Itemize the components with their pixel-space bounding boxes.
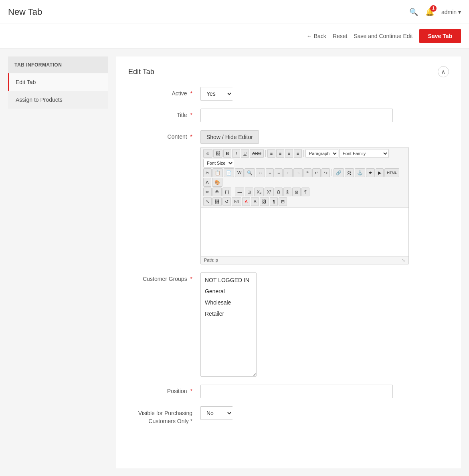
tb-preview[interactable]: 👁 (212, 188, 222, 196)
tb-img2[interactable]: 🖼 (212, 197, 222, 206)
tb-font-size-select[interactable]: Font Size 8px 10px 12px (203, 159, 234, 167)
reset-button[interactable]: Reset (333, 33, 348, 39)
tb-blockquote[interactable]: ❝ (303, 168, 311, 177)
tb-indent-less[interactable]: ← (283, 168, 293, 177)
tb-size[interactable]: 54 (232, 197, 241, 206)
tb-bg-color[interactable]: 🎨 (212, 178, 222, 187)
visible-required: * (190, 418, 192, 424)
tb-omega[interactable]: Ω (275, 188, 283, 196)
customer-groups-required: * (190, 276, 192, 282)
title-input[interactable] (200, 109, 393, 122)
tb-resize[interactable]: ⤡ (203, 197, 212, 206)
title-required: * (190, 112, 192, 118)
tb-hr[interactable]: — (235, 188, 244, 196)
visible-select[interactable]: No Yes (200, 406, 232, 420)
tb-rotate[interactable]: ↺ (222, 197, 231, 206)
toolbar-row-2: ✂ 📋 📄 W 🔍 ↔ ≡ ≡ ← → ❝ ↩ ↪ (203, 168, 406, 187)
back-button[interactable]: ← Back (307, 33, 326, 39)
sidebar-item-edit-tab[interactable]: Edit Tab (8, 73, 108, 91)
tb-cut[interactable]: ✂ (203, 168, 212, 177)
editor-wrapper: ☺ 🖼 B I U ABC ≡ ≡ ≡ ≡ (200, 147, 409, 264)
tb-undo[interactable]: ↩ (312, 168, 321, 177)
tb-separator-3 (332, 169, 332, 176)
tb-find[interactable]: 🔍 (245, 168, 255, 177)
search-icon[interactable]: 🔍 (409, 8, 418, 16)
tb-link[interactable]: 🔗 (334, 168, 344, 177)
notification-wrapper[interactable]: 🔔 1 (425, 8, 434, 16)
active-select[interactable]: Yes No (200, 87, 232, 101)
tb-italic[interactable]: I (232, 149, 240, 158)
active-select-wrapper: Yes No (200, 87, 393, 101)
active-row: Active * Yes No (128, 87, 449, 101)
form-section-title-text: Edit Tab (128, 68, 154, 76)
tb-sup[interactable]: X² (265, 188, 274, 196)
editor-body[interactable] (201, 208, 408, 256)
tb-table[interactable]: ⊞ (245, 188, 253, 196)
tb-strikethrough[interactable]: ABC (250, 149, 264, 158)
customer-groups-label: Customer Groups * (128, 272, 200, 282)
tb-widget[interactable]: ★ (366, 168, 375, 177)
tb-redo[interactable]: ↪ (321, 168, 330, 177)
tb-media[interactable]: ▶ (376, 168, 384, 177)
show-hide-editor-button[interactable]: Show / Hide Editor (200, 130, 259, 144)
title-label: Title * (128, 109, 200, 118)
tb-table2[interactable]: ⊟ (279, 197, 287, 206)
notification-badge: 1 (430, 5, 437, 12)
tb-pagebreak[interactable]: ⊠ (292, 188, 301, 196)
position-required: * (190, 388, 192, 394)
content-label: Content * (128, 130, 200, 140)
form-section-header: Edit Tab ∧ (128, 66, 449, 77)
tb-align-right[interactable]: ≡ (285, 149, 293, 158)
customer-groups-row: Customer Groups * NOT LOGGED IN General … (128, 272, 449, 377)
tb-emoticons[interactable]: ☺ (203, 149, 212, 158)
tb-paragraph-select[interactable]: Paragraph Heading 1 Heading 2 (305, 149, 338, 158)
tb-para[interactable]: ¶ (270, 197, 278, 206)
save-continue-button[interactable]: Save and Continue Edit (354, 33, 412, 39)
page-header: New Tab 🔍 🔔 1 admin ▾ (0, 0, 469, 24)
active-label: Active * (128, 87, 200, 97)
tb-ul-list[interactable]: ≡ (266, 168, 274, 177)
tb-paste-word[interactable]: W (235, 168, 244, 177)
editor-resize-handle[interactable]: ⤡ (402, 258, 405, 263)
customer-groups-control: NOT LOGGED IN General Wholesale Retailer (200, 272, 393, 377)
sidebar-item-assign-products[interactable]: Assign to Products (8, 91, 108, 109)
tb-nonbreak[interactable]: ¶ (301, 188, 309, 196)
tb-separator-2 (303, 150, 304, 157)
save-tab-button[interactable]: Save Tab (419, 29, 461, 43)
collapse-button[interactable]: ∧ (438, 66, 449, 77)
tb-copy[interactable]: 📋 (212, 168, 223, 177)
tb-symbols[interactable]: § (283, 188, 291, 196)
tb-align-left[interactable]: ≡ (267, 149, 275, 158)
header-right: 🔍 🔔 1 admin ▾ (409, 8, 461, 16)
tb-edit[interactable]: ✏ (203, 188, 212, 196)
visible-label: Visible for Purchasing Customers Only * (128, 406, 200, 425)
tb-paste[interactable]: 📄 (224, 168, 234, 177)
tb-text-color[interactable]: A (203, 178, 211, 187)
title-row: Title * (128, 109, 449, 122)
sidebar: TAB INFORMATION Edit Tab Assign to Produ… (8, 56, 108, 468)
content-required: * (190, 133, 192, 140)
tb-code[interactable]: { } (222, 188, 231, 196)
tb-text-a1[interactable]: A (242, 197, 250, 206)
tb-align-center[interactable]: ≡ (276, 149, 284, 158)
tb-ol-list[interactable]: ≡ (275, 168, 283, 177)
tb-underline[interactable]: U (241, 149, 249, 158)
tb-bold[interactable]: B (223, 149, 231, 158)
tb-indent-more[interactable]: → (293, 168, 303, 177)
tb-text-a2[interactable]: A (251, 197, 259, 206)
tb-separator-4 (233, 188, 233, 196)
tb-align-justify[interactable]: ≡ (294, 149, 302, 158)
admin-menu[interactable]: admin ▾ (441, 9, 461, 15)
tb-replace[interactable]: ↔ (256, 168, 265, 177)
customer-groups-select[interactable]: NOT LOGGED IN General Wholesale Retailer (200, 272, 257, 377)
tb-unlink[interactable]: ⛓ (345, 168, 354, 177)
tb-image[interactable]: 🖼 (213, 149, 222, 158)
tb-html[interactable]: HTML (384, 168, 399, 177)
tb-sub[interactable]: X₂ (254, 188, 263, 196)
content-row: Content * Show / Hide Editor ☺ 🖼 B I U (128, 130, 449, 264)
tb-gallery[interactable]: 🖼 (260, 197, 269, 206)
position-input[interactable] (200, 385, 393, 398)
tb-font-family-select[interactable]: Font Family Arial Times New Roman (339, 149, 389, 158)
tb-anchor[interactable]: ⚓ (355, 168, 365, 177)
toolbar-row-3: ✏ 👁 { } — ⊞ X₂ X² Ω § ⊠ ¶ (203, 188, 406, 196)
